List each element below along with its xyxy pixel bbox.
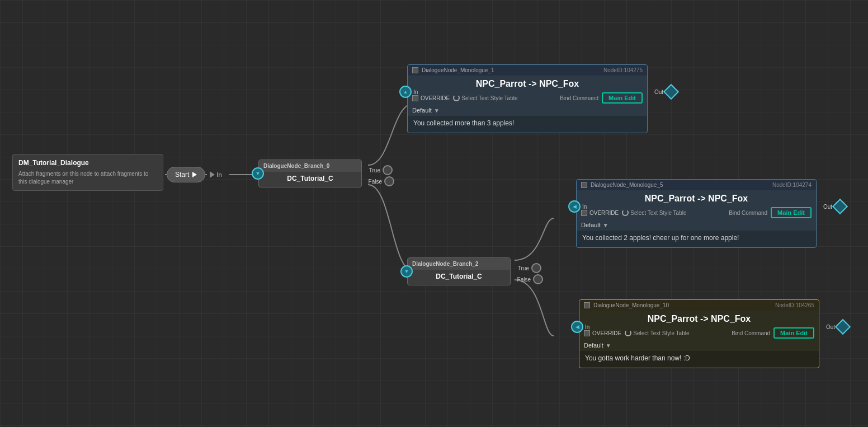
out-label-mono-10: Out bbox=[826, 324, 835, 330]
in-label-mono-1: In bbox=[413, 89, 418, 95]
mono-10-style-table[interactable]: Select Text Style Table bbox=[625, 330, 689, 336]
mono-1-title: NPC_Parrot -> NPC_Fox bbox=[408, 76, 647, 91]
mono-node-5: DialogueNode_Monologue_5 NodeID:104274 N… bbox=[576, 179, 817, 248]
mono-5-in-port[interactable]: ◀ In bbox=[568, 200, 587, 213]
mono-1-style-table[interactable]: Select Text Style Table bbox=[453, 95, 517, 101]
override-label-1: OVERRIDE bbox=[421, 95, 450, 101]
mono-1-out-port[interactable]: Out bbox=[654, 86, 677, 97]
mono-5-text: You collected 2 apples! cheer up for one… bbox=[577, 231, 816, 247]
mono-1-header: DialogueNode_Monologue_1 NodeID:104275 bbox=[408, 65, 647, 76]
arrow-icon bbox=[210, 171, 215, 178]
mono-10-text: You gotta work harder than now! :D bbox=[579, 351, 819, 368]
dropdown-arrow-10: ▼ bbox=[606, 342, 611, 349]
mono-1-dropdown[interactable]: Default ▼ bbox=[412, 107, 643, 114]
branch-0-false-port[interactable]: False bbox=[369, 176, 394, 186]
in-label: In bbox=[216, 171, 221, 178]
main-edit-btn-10[interactable]: Main Edit bbox=[773, 327, 814, 339]
start-arrow-icon bbox=[192, 172, 197, 177]
mono-1-node-id: NodeID:104275 bbox=[603, 67, 643, 73]
mono-5-title: NPC_Parrot -> NPC_Fox bbox=[577, 190, 816, 206]
default-label-1: Default bbox=[412, 107, 432, 114]
mono-5-header-title: DialogueNode_Monologue_5 bbox=[591, 182, 663, 188]
dm-tutorial-node: DM_Tutorial_Dialogue Attach fragments on… bbox=[12, 154, 163, 191]
style-table-label-5: Select Text Style Table bbox=[630, 210, 686, 216]
mono-5-style-table[interactable]: Select Text Style Table bbox=[622, 209, 686, 216]
branch-2-true-port[interactable]: True bbox=[518, 263, 541, 273]
in-label-mono-5: In bbox=[582, 204, 587, 210]
mono-1-checkbox[interactable] bbox=[412, 67, 418, 73]
style-table-label-1: Select Text Style Table bbox=[461, 95, 517, 101]
default-label-5: Default bbox=[581, 222, 601, 228]
mono-10-node-id: NodeID:104265 bbox=[775, 302, 814, 308]
in-port-circle: ▼ bbox=[252, 167, 264, 180]
in-port-mono-10: ◀ bbox=[571, 321, 583, 333]
true-port-circle-2 bbox=[531, 263, 541, 273]
style-table-label-10: Select Text Style Table bbox=[633, 330, 689, 336]
mono-1-header-left: DialogueNode_Monologue_1 bbox=[412, 67, 494, 73]
false-port-circle-2 bbox=[533, 274, 543, 284]
in-port-label: ▼ bbox=[256, 171, 261, 176]
mono-node-10: DialogueNode_Monologue_10 NodeID:104265 … bbox=[579, 299, 819, 368]
default-label-10: Default bbox=[584, 342, 603, 349]
in-port-circle-2: ▼ bbox=[400, 265, 413, 278]
refresh-icon-1 bbox=[453, 95, 460, 101]
dm-node-title: DM_Tutorial_Dialogue bbox=[18, 159, 157, 167]
start-button[interactable]: Start bbox=[167, 167, 205, 182]
mono-10-controls: OVERRIDE Select Text Style Table Bind Co… bbox=[579, 326, 819, 341]
refresh-icon-5 bbox=[622, 209, 629, 216]
branch-0-content: DC_Tutorial_C bbox=[259, 172, 361, 187]
mono-10-header: DialogueNode_Monologue_10 NodeID:104265 bbox=[579, 300, 819, 311]
mono-1-header-title: DialogueNode_Monologue_1 bbox=[422, 67, 494, 73]
branch-2-in-port[interactable]: ▼ bbox=[400, 265, 413, 278]
out-label-mono-5: Out bbox=[823, 204, 832, 210]
start-label: Start bbox=[175, 171, 189, 179]
bind-cmd-1: Bind Command bbox=[560, 95, 598, 101]
main-edit-btn-1[interactable]: Main Edit bbox=[602, 92, 643, 104]
dropdown-arrow-1: ▼ bbox=[434, 107, 440, 114]
start-node: Start In bbox=[167, 167, 222, 182]
refresh-icon-10 bbox=[625, 330, 631, 336]
mono-5-node-id: NodeID:104274 bbox=[772, 182, 812, 188]
true-label: True bbox=[369, 167, 380, 173]
in-label-mono-10: In bbox=[585, 324, 589, 330]
mono-5-header-left: DialogueNode_Monologue_5 bbox=[581, 182, 663, 188]
branch-2-false-port[interactable]: False bbox=[517, 274, 543, 284]
dm-node-description: Attach fragments on this node to attach … bbox=[18, 170, 157, 186]
mono-5-checkbox[interactable] bbox=[581, 182, 587, 188]
branch-0-header: DialogueNode_Branch_0 bbox=[259, 160, 361, 172]
mono-5-dropdown[interactable]: Default ▼ bbox=[581, 222, 812, 228]
mono-5-out-port[interactable]: Out bbox=[823, 201, 846, 212]
mono-1-text: You collected more than 3 apples! bbox=[408, 116, 647, 133]
mono-5-controls: OVERRIDE Select Text Style Table Bind Co… bbox=[577, 206, 816, 220]
mono-10-out-port[interactable]: Out bbox=[826, 321, 848, 332]
branch-node-2: DialogueNode_Branch_2 DC_Tutorial_C ▼ Tr… bbox=[407, 257, 511, 285]
mono-1-in-port[interactable]: ▲ In bbox=[399, 86, 418, 98]
out-diamond-mono-5 bbox=[832, 199, 848, 214]
bind-cmd-5: Bind Command bbox=[729, 210, 767, 216]
main-edit-btn-5[interactable]: Main Edit bbox=[771, 207, 812, 218]
branch-0-true-port[interactable]: True bbox=[369, 165, 393, 175]
true-label-2: True bbox=[518, 265, 529, 271]
mono-10-checkbox[interactable] bbox=[584, 302, 590, 308]
branch-2-content: DC_Tutorial_C bbox=[408, 270, 510, 285]
mono-node-1: DialogueNode_Monologue_1 NodeID:104275 N… bbox=[407, 64, 648, 133]
true-port-circle bbox=[383, 165, 393, 175]
in-port-mono-1: ▲ bbox=[399, 86, 412, 98]
dropdown-arrow-5: ▼ bbox=[603, 222, 608, 228]
mono-5-header: DialogueNode_Monologue_5 NodeID:104274 bbox=[577, 180, 816, 190]
out-label-mono-1: Out bbox=[654, 89, 663, 95]
branch-0-in-port[interactable]: ▼ bbox=[252, 167, 264, 180]
start-in-port[interactable]: In bbox=[210, 171, 221, 178]
mono-1-controls: OVERRIDE Select Text Style Table Bind Co… bbox=[408, 91, 647, 106]
branch-node-0: DialogueNode_Branch_0 DC_Tutorial_C ▼ Tr… bbox=[258, 159, 362, 187]
false-label: False bbox=[369, 179, 382, 185]
mono-10-title: NPC_Parrot -> NPC_Fox bbox=[579, 311, 819, 326]
override-label-5: OVERRIDE bbox=[589, 210, 619, 216]
mono-10-dropdown[interactable]: Default ▼ bbox=[584, 342, 814, 349]
bind-cmd-10: Bind Command bbox=[732, 330, 770, 336]
out-diamond-mono-10 bbox=[835, 319, 851, 335]
out-diamond-mono-1 bbox=[663, 84, 679, 100]
false-label-2: False bbox=[517, 276, 531, 283]
mono-10-in-port[interactable]: ◀ In bbox=[571, 321, 589, 333]
mono-10-header-left: DialogueNode_Monologue_10 bbox=[584, 302, 669, 308]
